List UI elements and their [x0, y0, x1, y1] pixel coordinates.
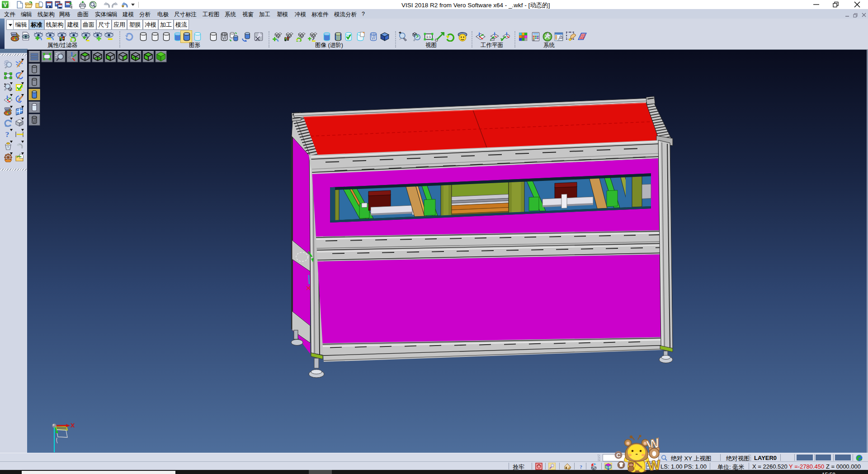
svg-text:1:1: 1:1	[426, 35, 431, 39]
svg-text:W: W	[647, 457, 661, 474]
svg-text:?: ?	[580, 464, 582, 469]
svg-text:V: V	[3, 2, 7, 8]
svg-text:?: ?	[5, 130, 9, 139]
svg-text:C: C	[616, 452, 621, 459]
